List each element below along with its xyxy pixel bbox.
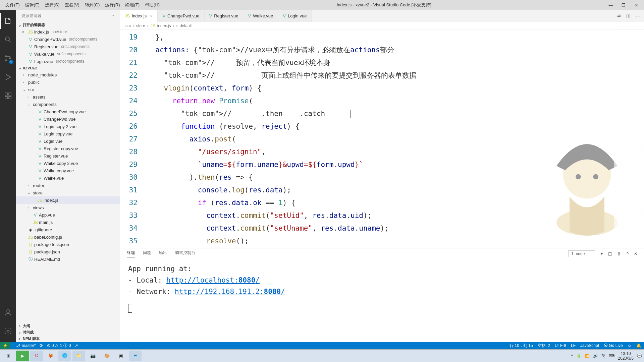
menu-terminal[interactable]: 终端(T) <box>125 2 140 8</box>
panel-tab-terminal[interactable]: 终端 <box>127 250 135 257</box>
live-share-icon[interactable]: ↗ <box>75 343 78 348</box>
project-section[interactable]: ⌄XZVUE2 <box>16 65 120 71</box>
minimap[interactable] <box>614 29 644 248</box>
more-icon[interactable]: ⋯ <box>636 13 640 18</box>
file-item[interactable]: ◈.gitignore <box>16 226 120 233</box>
file-item[interactable]: VWaike copy.vue <box>16 167 120 174</box>
activity-scm[interactable]: 1 <box>0 50 16 66</box>
menu-selection[interactable]: 选择(S) <box>45 2 59 8</box>
file-item[interactable]: ⓘREADME.md <box>16 255 120 263</box>
collapsed-section[interactable]: ›NPM 脚本 <box>16 336 120 342</box>
menu-file[interactable]: 文件(F) <box>5 2 20 8</box>
open-editor-item[interactable]: VRegister.vuesrc\components <box>16 43 120 50</box>
breadcrumb-part[interactable]: default <box>180 23 192 28</box>
folder-item[interactable]: ⌄store <box>16 189 120 196</box>
menu-help[interactable]: 帮助(H) <box>145 2 160 8</box>
taskbar-terminal[interactable]: ▣ <box>115 351 127 361</box>
open-editor-item[interactable]: VChangePwd.vuesrc\components <box>16 36 120 43</box>
breadcrumb-part[interactable]: store <box>136 23 145 28</box>
tray-volume-icon[interactable]: 🔊 <box>593 354 598 358</box>
file-item[interactable]: VApp.vue <box>16 211 120 219</box>
breadcrumb-part[interactable]: index.js <box>157 23 171 28</box>
taskbar-app[interactable]: 🎨 <box>101 351 113 361</box>
problems-count[interactable]: ⊘ 0 ⚠ 1 ⓘ 0 <box>47 343 71 349</box>
terminal-output[interactable]: App running at: - Local: http://localhos… <box>120 259 644 342</box>
file-item[interactable]: JSindex.js <box>16 196 120 204</box>
file-item[interactable]: VChangePwd copy.vue <box>16 108 120 115</box>
git-branch[interactable]: ⎇ master* <box>16 343 36 348</box>
editor-tab[interactable]: VLogin.vue <box>278 10 312 22</box>
open-editor-item[interactable]: ×JSindex.jssrc\store <box>16 28 120 36</box>
tray-date[interactable]: 2020/3/5 <box>618 356 634 361</box>
file-item[interactable]: VChangePwd.vue <box>16 115 120 123</box>
editor-tab[interactable]: VChangePwd.vue <box>158 10 204 22</box>
activity-explorer[interactable] <box>0 13 16 29</box>
more-icon[interactable]: ⋯ <box>110 14 114 18</box>
close-editor-icon[interactable]: × <box>21 29 26 35</box>
collapsed-section[interactable]: ›大纲 <box>16 323 120 329</box>
feedback-icon[interactable]: ☺ <box>628 343 632 349</box>
folder-item[interactable]: ›assets <box>16 93 120 101</box>
tray-input-icon[interactable]: ⌨ <box>609 354 614 358</box>
folder-item[interactable]: ›node_modules <box>16 71 120 78</box>
taskbar-app[interactable]: C <box>30 351 43 361</box>
panel-tab-output[interactable]: 输出 <box>159 250 167 257</box>
taskbar-explorer[interactable]: 📁 <box>72 351 85 361</box>
file-item[interactable]: VWaike copy 2.vue <box>16 160 120 167</box>
tray-chevron-icon[interactable]: ^ <box>571 354 573 358</box>
open-editor-item[interactable]: VWaike.vuesrc\components <box>16 50 120 58</box>
activity-extensions[interactable] <box>0 88 16 104</box>
menu-go[interactable]: 转到(G) <box>85 2 100 8</box>
split-icon[interactable]: ◫ <box>626 13 630 18</box>
panel-tab-problems[interactable]: 问题 <box>143 250 151 257</box>
taskbar-vscode[interactable]: ≣ <box>129 351 142 361</box>
remote-indicator[interactable]: ⚡ <box>0 342 10 349</box>
split-terminal-icon[interactable]: ◫ <box>608 251 612 256</box>
file-item[interactable]: JSbabel.config.js <box>16 233 120 241</box>
activity-account[interactable] <box>0 304 16 320</box>
kill-terminal-icon[interactable]: 🗑 <box>617 251 621 256</box>
code-content[interactable]: }, actions: {"tok-com">//vuex中所有异步请求，必须放… <box>147 29 644 248</box>
close-icon[interactable]: ✕ <box>634 3 639 8</box>
file-item[interactable]: {}package-lock.json <box>16 241 120 248</box>
minimize-icon[interactable]: — <box>608 3 613 8</box>
open-editors-section[interactable]: ⌄打开的编辑器 <box>16 22 120 28</box>
folder-item[interactable]: ›router <box>16 182 120 189</box>
open-editor-item[interactable]: VLogin.vuesrc\components <box>16 58 120 65</box>
maximize-icon[interactable]: ❐ <box>621 3 626 8</box>
sync-icon[interactable]: ⟳ <box>40 343 43 348</box>
taskbar-app[interactable]: 🦊 <box>44 351 57 361</box>
folder-item[interactable]: ⌄src <box>16 86 120 93</box>
menu-run[interactable]: 运行(R) <box>105 2 120 8</box>
collapsed-section[interactable]: ›时间线 <box>16 329 120 336</box>
encoding[interactable]: UTF-8 <box>555 343 566 349</box>
tray-wifi-icon[interactable]: 📶 <box>585 354 590 358</box>
file-item[interactable]: VLogin.vue <box>16 137 120 145</box>
close-panel-icon[interactable]: ✕ <box>634 251 637 256</box>
editor-tab[interactable]: VWaike.vue <box>243 10 278 22</box>
tab-close-icon[interactable]: × <box>150 13 153 19</box>
file-item[interactable]: VWaike.vue <box>16 174 120 182</box>
indentation[interactable]: 空格: 2 <box>538 343 550 349</box>
file-item[interactable]: {}package.json <box>16 248 120 255</box>
taskbar-app[interactable]: ▶ <box>16 351 29 361</box>
new-terminal-icon[interactable]: + <box>600 251 603 256</box>
terminal-selector[interactable]: 1: node <box>568 250 595 257</box>
menu-edit[interactable]: 编辑(E) <box>25 2 40 8</box>
go-live[interactable]: ⦿ Go Live <box>604 343 623 349</box>
panel-tab-debug[interactable]: 调试控制台 <box>175 250 195 257</box>
editor-tab[interactable]: JSindex.js× <box>120 10 158 22</box>
activity-debug[interactable] <box>0 69 16 85</box>
file-item[interactable]: VLogin copy 2.vue <box>16 123 120 130</box>
notifications-icon[interactable]: 🔔 <box>636 343 641 349</box>
file-item[interactable]: VRegister.vue <box>16 152 120 160</box>
compare-icon[interactable]: ⇄ <box>617 13 621 18</box>
eol[interactable]: LF <box>571 343 576 349</box>
code-editor[interactable]: 1920212223242526272829303132333435 }, ac… <box>120 29 644 248</box>
breadcrumb-part[interactable]: src <box>125 23 131 28</box>
cursor-position[interactable]: 行 10，列 15 <box>509 343 533 349</box>
folder-item[interactable]: ›views <box>16 204 120 211</box>
tray-notifications-icon[interactable]: 💬 <box>637 354 642 358</box>
file-item[interactable]: VRegister copy.vue <box>16 145 120 152</box>
menu-view[interactable]: 查看(V) <box>65 2 79 8</box>
